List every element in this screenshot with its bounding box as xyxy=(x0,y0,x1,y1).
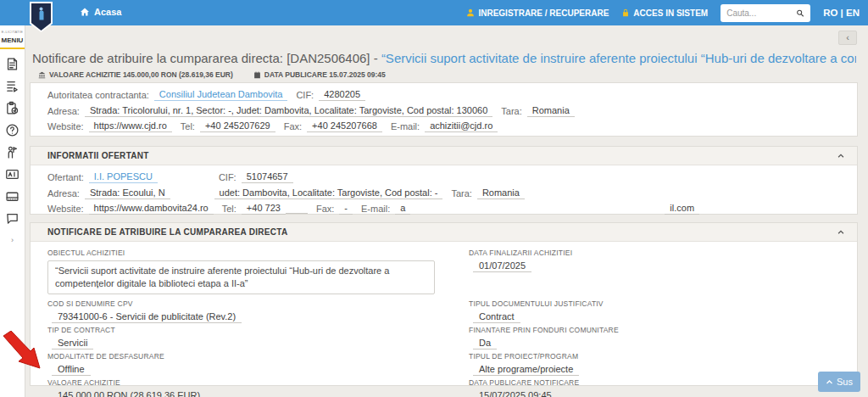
modalitate-desfasurare-value: Offline xyxy=(52,364,91,376)
home-link[interactable]: Acasa xyxy=(80,7,121,17)
collapse-ofertant-icon[interactable] xyxy=(837,152,845,160)
redacted-gap xyxy=(410,204,665,214)
system-access-link[interactable]: ACCES IN SISTEM xyxy=(621,8,708,18)
authority-cif-value: 4280205 xyxy=(319,89,365,101)
ofertant-email-part2: il.com xyxy=(665,203,699,215)
field-data-publicare: DATA PUBLICARE NOTIFICARE 15/07/2025 09:… xyxy=(469,378,840,397)
home-label: Acasa xyxy=(94,7,121,17)
data-publicare-value: 15/07/2025 09:45 xyxy=(473,390,558,397)
list-arrow-icon[interactable] xyxy=(5,79,19,93)
register-recover-link[interactable]: INREGISTRARE / RECUPERARE xyxy=(466,8,609,18)
chat-icon[interactable] xyxy=(5,211,19,226)
page-title-link[interactable]: “Servicii suport activitate de instruire… xyxy=(381,51,856,65)
terminal-icon[interactable] xyxy=(5,189,19,204)
clipboard-check-icon[interactable] xyxy=(5,101,19,115)
app-logo xyxy=(30,2,53,32)
search-box xyxy=(721,4,810,22)
ofertant-country-value: Romania xyxy=(477,187,525,199)
field-valoare-achizitie: VALOARE ACHIZITIE 145.000,00 RON (28.619… xyxy=(47,378,469,397)
chevron-up-icon xyxy=(826,378,833,386)
red-annotation-arrow-icon xyxy=(2,331,44,371)
lock-icon xyxy=(621,8,630,17)
calendar-icon xyxy=(253,71,261,79)
tip-contract-value: Servicii xyxy=(52,338,93,349)
notification-panel: NOTIFICARE DE ATRIBUIRE LA CUMPARAREA DI… xyxy=(30,222,858,386)
authority-name-link[interactable]: Consiliul Judetean Dambovita xyxy=(154,89,288,101)
ofertant-email-part1: a xyxy=(395,203,410,215)
ofertant-cif-value: 51074657 xyxy=(242,171,293,183)
ofertant-address-part2: udet: Dambovita, Localitate: Targoviste,… xyxy=(214,187,443,199)
authority-email-value: achizitii@cjd.ro xyxy=(425,120,498,132)
field-tip-document: TIPUL DOCUMENTULUI JUSTIFICATIV Contract xyxy=(469,299,840,326)
announcement-icon[interactable] xyxy=(5,145,19,159)
cod-cpv-value: 79341000-6 - Servicii de publicitate (Re… xyxy=(52,311,242,323)
authority-country-value: Romania xyxy=(527,105,575,117)
value-caption: VALOARE ACHIZITIE 145.000,00 RON (28.619… xyxy=(38,70,233,79)
sidebar-menu-label: MENIU xyxy=(0,36,25,44)
authority-fax-value: +40 245207668 xyxy=(307,120,382,132)
authority-label: Autoritatea contractanta: xyxy=(47,90,149,100)
authority-tel-value: +40 245207629 xyxy=(200,120,275,132)
bank-icon xyxy=(38,71,46,79)
language-switch[interactable]: RO | EN xyxy=(823,8,860,18)
field-finantare-fonduri: FINANTARE PRIN FONDURI COMUNITARE Da xyxy=(469,326,840,352)
redacted-gap xyxy=(170,188,214,198)
notification-panel-title: NOTIFICARE DE ATRIBUIRE LA CUMPARAREA DI… xyxy=(47,227,288,237)
collapse-notification-icon[interactable] xyxy=(837,228,845,237)
page-title: Notificare de atribuire la cumpararea di… xyxy=(32,51,856,65)
top-navigation-bar: Acasa INREGISTRARE / RECUPERARE ACCES IN… xyxy=(0,0,868,25)
tip-document-value: Contract xyxy=(473,311,520,323)
ofertant-tel-value: +40 723 xyxy=(242,203,286,215)
obiectul-achizitiei-value: “Servicii suport activitate de instruire… xyxy=(47,260,435,294)
authority-address-value: Strada: Tricolorului, nr. 1, Sector: -, … xyxy=(85,105,492,117)
redacted-gap xyxy=(158,172,219,182)
field-data-finalizarii: DATA FINALIZARII ACHIZITIEI 01/07/2025 xyxy=(469,249,840,299)
sidebar-brand: E-LICITATIE xyxy=(0,30,25,34)
ofertant-fax-value: - xyxy=(339,203,353,215)
field-tip-contract: TIP DE CONTRACT Servicii xyxy=(47,326,469,352)
help-icon[interactable] xyxy=(5,123,19,137)
ofertant-panel-title: INFORMATII OFERTANT xyxy=(47,151,149,160)
finantare-fonduri-value: Da xyxy=(473,338,497,349)
search-input[interactable] xyxy=(726,8,793,18)
home-icon xyxy=(80,7,90,17)
redacted-gap xyxy=(286,204,308,214)
search-icon[interactable] xyxy=(796,8,804,18)
collapse-panel-button[interactable]: ‹ xyxy=(838,31,857,45)
data-finalizarii-value: 01/07/2025 xyxy=(473,260,531,272)
logo-torch-icon xyxy=(39,11,43,20)
field-obiectul-achizitiei: OBIECTUL ACHIZITIEI “Servicii suport act… xyxy=(47,249,469,299)
ofertant-panel: INFORMATII OFERTANT Ofertant: I.I. POPES… xyxy=(30,146,858,215)
authority-panel: Autoritatea contractanta: Consiliul Jude… xyxy=(30,82,858,137)
page-title-prefix: Notificare de atribuire la cumpararea di… xyxy=(32,51,381,65)
back-to-top-button[interactable]: Sus xyxy=(818,372,860,392)
tip-proiect-value: Alte programe/proiecte xyxy=(473,364,579,376)
valoare-achizitie-value: 145.000,00 RON (28.619,36 EUR) xyxy=(52,390,206,397)
user-icon xyxy=(466,8,475,17)
sidebar-expand-icon[interactable]: › xyxy=(11,236,14,244)
sidebar-accent-bar xyxy=(0,48,25,49)
id-card-icon[interactable] xyxy=(5,167,19,182)
ofertant-address-part1: Strada: Ecoului, N xyxy=(85,187,170,199)
ofertant-website-value[interactable]: https://www.dambovita24.ro xyxy=(89,203,214,215)
ofertant-name-link[interactable]: I.I. POPESCU xyxy=(89,171,158,183)
title-captions: VALOARE ACHIZITIE 145.000,00 RON (28.619… xyxy=(38,70,386,79)
document-icon[interactable] xyxy=(5,57,19,71)
field-modalitate-desfasurare: MODALITATE DE DESFASURARE Offline xyxy=(47,352,469,378)
authority-website-value[interactable]: https://www.cjd.ro xyxy=(89,120,172,132)
publish-date-caption: DATA PUBLICARE 15.07.2025 09:45 xyxy=(253,70,386,79)
field-cod-cpv: COD SI DENUMIRE CPV 79341000-6 - Servici… xyxy=(47,299,469,326)
field-tip-proiect: TIPUL DE PROIECT/PROGRAM Alte programe/p… xyxy=(469,352,840,378)
